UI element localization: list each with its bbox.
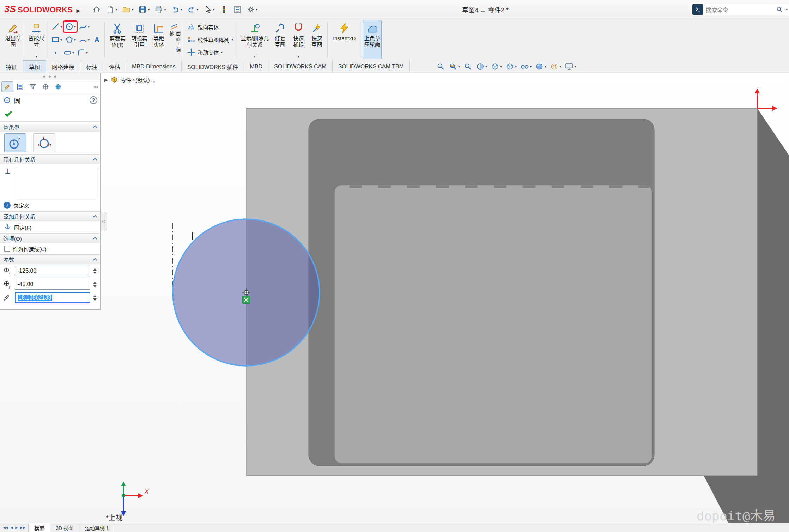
section-header-parameters[interactable]: 参数 — [0, 254, 100, 264]
panel-tab-scroll-icon[interactable]: ◂ ▸ — [93, 84, 99, 89]
relations-listbox[interactable] — [15, 167, 97, 198]
task-list-button[interactable] — [231, 4, 243, 15]
home-button[interactable] — [91, 4, 103, 15]
collapse-chevron-icon[interactable] — [93, 258, 97, 262]
radius-field[interactable]: 18.13562138 — [15, 292, 90, 303]
select-dropdown-icon[interactable]: ▾ — [213, 8, 215, 11]
undo-dropdown-icon[interactable]: ▾ — [181, 8, 182, 11]
section-header-add-relations[interactable]: 添加几何关系 — [0, 211, 100, 221]
tab-solidworks-cam[interactable]: SOLIDWORKS CAM — [268, 60, 332, 73]
open-dropdown-icon[interactable]: ▾ — [132, 8, 133, 11]
edit-appearance-dropdown-icon[interactable]: ▾ — [545, 65, 546, 68]
select-button[interactable]: ▾ — [202, 4, 217, 15]
property-manager-tab[interactable] — [1, 81, 13, 92]
fillet-tool-button[interactable]: ▾ — [76, 48, 89, 58]
feature-manager-tab[interactable] — [14, 81, 26, 92]
view-settings-dropdown-icon[interactable]: ▾ — [574, 65, 576, 68]
section-header-circle-type[interactable]: 圆类型 — [0, 122, 100, 132]
search-dropdown-icon[interactable]: ▾ — [786, 8, 788, 11]
circle-tool-button[interactable]: ▾ — [64, 22, 77, 32]
display-manager-tab[interactable] — [52, 81, 64, 92]
smart-dimension-dropdown-icon[interactable]: ▾ — [35, 55, 37, 58]
ok-check-icon[interactable] — [5, 109, 12, 117]
logo-flyout-arrow-icon[interactable]: ▶ — [77, 8, 80, 13]
section-header-options[interactable]: 选项(O) — [0, 233, 100, 243]
feature-tree-flyout[interactable]: ▶ 零件2 (默认) ... — [104, 76, 156, 84]
move-entities-dropdown-icon[interactable]: ▾ — [221, 50, 223, 54]
tree-expand-icon[interactable]: ▶ — [104, 77, 108, 83]
center-circle-type-button[interactable] — [4, 133, 26, 152]
collapse-chevron-icon[interactable] — [93, 158, 97, 162]
section-header-existing-relations[interactable]: 现有几何关系 — [0, 154, 100, 164]
display-style-button[interactable]: ▾ — [505, 62, 517, 71]
search-input[interactable]: 搜索命令 — [706, 5, 773, 14]
pocket-floor-face[interactable] — [335, 185, 652, 463]
panel-splitter-handle[interactable]: ● ● ● — [0, 73, 100, 80]
tab-scroll-last-icon[interactable]: ▶▶ — [19, 526, 26, 530]
radius-spinner[interactable] — [92, 294, 97, 302]
arc-tool-button[interactable]: ▾ — [78, 35, 90, 45]
quick-snaps-button[interactable]: 快速捕捉 ▾ — [289, 20, 308, 59]
convert-entities-button[interactable]: 转换实引用 — [129, 20, 150, 59]
tab-scroll-first-icon[interactable]: ◀◀ — [2, 526, 9, 530]
options-gear-button[interactable]: ▾ — [245, 4, 260, 15]
print-dropdown-icon[interactable]: ▾ — [164, 8, 166, 11]
tab-mbd-dimensions[interactable]: MBD Dimensions — [126, 60, 182, 73]
repair-sketch-button[interactable]: 修复草图 — [271, 20, 289, 59]
perimeter-circle-type-button[interactable] — [33, 133, 55, 152]
save-dropdown-icon[interactable]: ▾ — [148, 8, 150, 11]
undo-button[interactable]: ▾ — [169, 4, 184, 15]
new-document-button[interactable]: ▾ — [104, 4, 119, 15]
mirror-entities-button[interactable]: 镜向实体 — [187, 23, 233, 31]
graphics-viewport[interactable]: ▶ 零件2 (默认) ... — [0, 73, 789, 523]
spline-tool-button[interactable]: ▾ — [78, 22, 90, 32]
help-icon[interactable]: ? — [90, 96, 97, 104]
surface-offset-button[interactable]: 曲面上偏移 — [168, 20, 182, 59]
previous-view-button[interactable] — [463, 62, 472, 71]
collapse-chevron-icon[interactable] — [93, 215, 97, 219]
tab-mbd[interactable]: MBD — [244, 60, 269, 73]
panel-collapse-handle[interactable] — [101, 213, 107, 230]
new-document-dropdown-icon[interactable]: ▾ — [115, 8, 117, 11]
edit-appearance-button[interactable]: ▾ — [535, 62, 546, 71]
tab-mesh-modeling[interactable]: 网格建模 — [46, 60, 80, 73]
linear-pattern-dropdown-icon[interactable]: ▾ — [231, 38, 233, 41]
center-y-field[interactable]: -45.00 — [15, 279, 90, 290]
zoom-area-button[interactable]: ▾ — [449, 62, 460, 71]
tab-scroll-right-icon[interactable]: ▶ — [14, 526, 19, 530]
tab-3d-views[interactable]: 3D 视图 — [50, 523, 79, 532]
spline-dropdown-icon[interactable]: ▾ — [88, 25, 90, 29]
command-search[interactable]: 搜索命令 ▾ — [691, 3, 789, 16]
redo-button[interactable]: ▾ — [186, 4, 200, 15]
hide-show-items-button[interactable]: ▾ — [520, 62, 532, 71]
center-x-spinner[interactable] — [92, 267, 97, 275]
zoom-area-dropdown-icon[interactable]: ▾ — [458, 65, 460, 68]
display-delete-relations-button[interactable]: 显示/删除几何关系 ▾ — [238, 20, 271, 59]
section-view-dropdown-icon[interactable]: ▾ — [485, 65, 487, 68]
save-button[interactable]: ▾ — [136, 4, 151, 15]
rectangle-tool-button[interactable]: ▾ — [50, 35, 63, 45]
smart-dimension-button[interactable]: 智能尺寸 ▾ — [26, 20, 46, 59]
offset-entities-button[interactable]: 等距实体 — [150, 20, 168, 59]
line-tool-button[interactable]: ▾ — [50, 22, 63, 32]
tab-solidworks-addins[interactable]: SOLIDWORKS 插件 — [182, 60, 244, 73]
search-icon[interactable] — [776, 6, 783, 13]
center-y-spinner[interactable] — [92, 281, 97, 288]
construction-line-checkbox[interactable] — [4, 246, 10, 252]
view-settings-button[interactable]: ▾ — [565, 62, 576, 71]
search-launch-icon[interactable] — [692, 4, 703, 15]
tab-motion-study-1[interactable]: 运动算例 1 — [79, 523, 115, 532]
tab-sketch[interactable]: 草图 — [23, 60, 46, 73]
options-dropdown-icon[interactable]: ▾ — [256, 8, 258, 11]
apply-scene-dropdown-icon[interactable]: ▾ — [559, 65, 561, 68]
center-x-field[interactable]: -125.00 — [15, 266, 90, 276]
text-tool-button[interactable]: A — [91, 35, 102, 44]
circle-dropdown-icon[interactable]: ▾ — [74, 25, 76, 29]
view-orientation-dropdown-icon[interactable]: ▾ — [500, 65, 502, 68]
tab-markup[interactable]: 标注 — [80, 60, 103, 73]
tab-evaluate[interactable]: 评估 — [103, 60, 126, 73]
redo-dropdown-icon[interactable]: ▾ — [197, 8, 199, 11]
quick-snaps-dropdown-icon[interactable]: ▾ — [298, 55, 299, 58]
view-orientation-button[interactable]: ▾ — [491, 62, 502, 71]
tab-solidworks-cam-tbm[interactable]: SOLIDWORKS CAM TBM — [333, 60, 410, 73]
